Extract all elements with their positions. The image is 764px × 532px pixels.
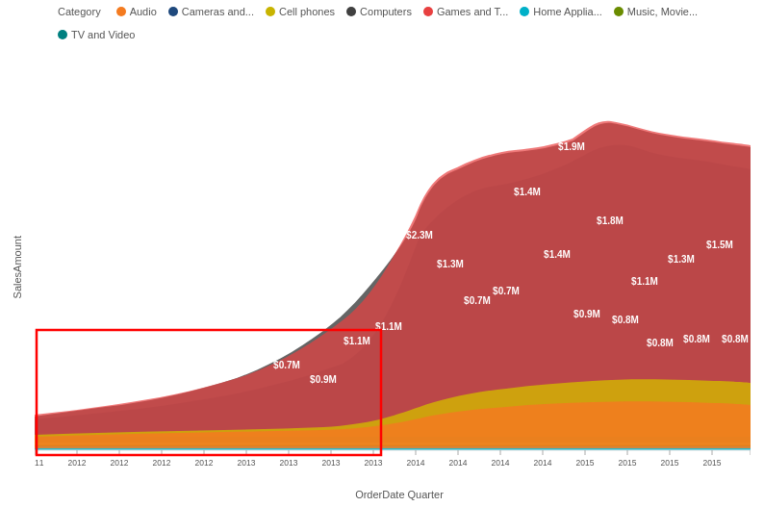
legend-label-cameras: Cameras and... — [182, 6, 254, 17]
label-08M-4: $0.8M — [722, 334, 749, 344]
svg-text:Qtr 2: Qtr 2 — [619, 468, 637, 469]
label-14M-1: $1.4M — [514, 187, 541, 197]
xtick-6: 2013 — [280, 458, 298, 468]
label-09M-2: $0.9M — [573, 309, 600, 319]
chart-legend: Category Audio Cameras and... Cell phone… — [0, 0, 764, 46]
legend-dot-cameras — [168, 7, 178, 16]
label-08M-3: $0.8M — [683, 334, 710, 344]
legend-item-computers: Computers — [346, 6, 412, 17]
legend-label-homeappliances: Home Applia... — [533, 6, 602, 17]
svg-text:Qtr 3: Qtr 3 — [492, 468, 510, 469]
label-13M: $1.3M — [437, 259, 464, 269]
xtick-2: 2012 — [111, 458, 129, 468]
xtick-15: 2015 — [661, 458, 679, 468]
legend-item-music: Music, Movie... — [614, 6, 698, 17]
svg-text:Qtr 4: Qtr 4 — [703, 468, 722, 469]
legend-dot-computers — [346, 7, 356, 16]
label-13M-2: $1.3M — [668, 254, 695, 265]
legend-item-cellphones: Cell phones — [266, 6, 335, 17]
label-15M: $1.5M — [706, 240, 733, 250]
xtick-1: 2012 — [68, 458, 87, 468]
legend-category-label: Category — [58, 6, 101, 17]
xtick-12: 2014 — [534, 458, 552, 468]
legend-label-computers: Computers — [360, 6, 412, 17]
legend-item-homeappliances: Home Applia... — [520, 6, 602, 17]
label-07M-1: $0.7M — [273, 360, 300, 370]
label-09M-1: $0.9M — [310, 374, 337, 385]
svg-text:Qtr 1: Qtr 1 — [576, 468, 595, 469]
svg-text:Qtr 1: Qtr 1 — [407, 468, 425, 469]
xtick-7: 2013 — [322, 458, 341, 468]
label-1M-2: $1.0M — [236, 355, 263, 366]
svg-text:Qtr 1: Qtr 1 — [238, 468, 256, 469]
label-18M: $1.8M — [597, 215, 624, 226]
stream-chart-svg: $1.0M $1.0M $0.7M $0.9M $1.1M $1.1M $2.3… — [35, 46, 751, 469]
xtick-16: 2015 — [703, 458, 722, 468]
svg-text:Qtr 4: Qtr 4 — [35, 468, 44, 469]
legend-label-music: Music, Movie... — [627, 6, 698, 17]
legend-item-games: Games and T... — [423, 6, 508, 17]
xtick-13: 2015 — [576, 458, 595, 468]
label-14M-2: $1.4M — [544, 249, 571, 260]
xtick-3: 2012 — [153, 458, 171, 468]
label-08M-2: $0.8M — [647, 338, 674, 348]
svg-text:Qtr 2: Qtr 2 — [280, 468, 298, 469]
svg-text:Qtr 3: Qtr 3 — [153, 468, 171, 469]
legend-item-audio: Audio — [116, 6, 157, 17]
label-07M-2: $0.7M — [464, 295, 491, 306]
legend-label-games: Games and T... — [437, 6, 508, 17]
svg-text:Qtr 2: Qtr 2 — [111, 468, 129, 469]
legend-dot-homeappliances — [520, 7, 529, 16]
svg-text:Qtr 4: Qtr 4 — [365, 468, 383, 469]
chart-body: SalesAmount — [0, 46, 764, 489]
legend-dot-audio — [116, 7, 126, 16]
label-23M: $2.3M — [406, 230, 433, 241]
legend-dot-cellphones — [266, 7, 275, 16]
label-07M-3: $0.7M — [493, 286, 520, 296]
xtick-11: 2014 — [492, 458, 510, 468]
xtick-10: 2014 — [449, 458, 468, 468]
legend-label-audio: Audio — [130, 6, 157, 17]
svg-text:Qtr 3: Qtr 3 — [322, 468, 341, 469]
svg-text:Qtr 1: Qtr 1 — [68, 468, 87, 469]
svg-text:Qtr 3: Qtr 3 — [661, 468, 679, 469]
legend-dot-games — [423, 7, 433, 16]
label-1M-1: $1.0M — [199, 365, 226, 375]
label-11M-3: $1.1M — [631, 276, 658, 287]
label-11M-1: $1.1M — [344, 336, 370, 346]
svg-text:Qtr 4: Qtr 4 — [534, 468, 552, 469]
y-axis-container: SalesAmount — [0, 46, 35, 489]
legend-item-tv: TV and Video — [58, 29, 135, 40]
legend-item-cameras: Cameras and... — [168, 6, 254, 17]
svg-text:Qtr 2: Qtr 2 — [449, 468, 468, 469]
legend-dot-music — [614, 7, 624, 16]
xtick-8: 2013 — [365, 458, 383, 468]
legend-dot-tv — [58, 30, 67, 39]
legend-label-cellphones: Cell phones — [279, 6, 335, 17]
xtick-5: 2013 — [238, 458, 256, 468]
svg-container: $1.0M $1.0M $0.7M $0.9M $1.1M $1.1M $2.3… — [35, 46, 764, 489]
xtick-0: 2011 — [35, 458, 44, 468]
xtick-9: 2014 — [407, 458, 425, 468]
svg-text:Qtr 4: Qtr 4 — [195, 468, 214, 469]
label-19M: $1.9M — [558, 141, 585, 152]
chart-container: Category Audio Cameras and... Cell phone… — [0, 0, 764, 532]
x-axis-label: OrderDate Quarter — [355, 489, 444, 500]
legend-label-tv: TV and Video — [71, 29, 135, 40]
label-08M-1: $0.8M — [612, 315, 639, 325]
xtick-14: 2015 — [619, 458, 637, 468]
xtick-4: 2012 — [195, 458, 214, 468]
y-axis-label: SalesAmount — [12, 236, 23, 298]
